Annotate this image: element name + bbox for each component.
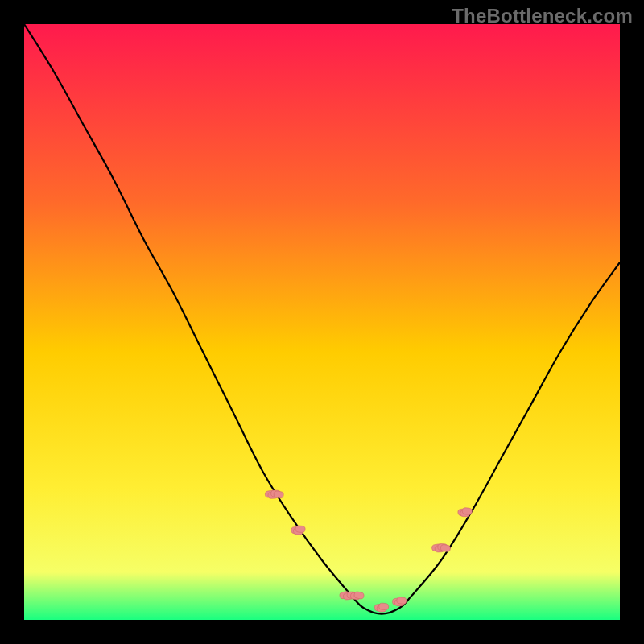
data-dot [295, 526, 306, 533]
data-dot [397, 597, 407, 604]
data-dot [378, 603, 389, 610]
gradient-background [24, 24, 620, 620]
data-dot [462, 507, 473, 514]
bottleneck-chart [24, 24, 620, 620]
chart-frame [24, 24, 620, 620]
